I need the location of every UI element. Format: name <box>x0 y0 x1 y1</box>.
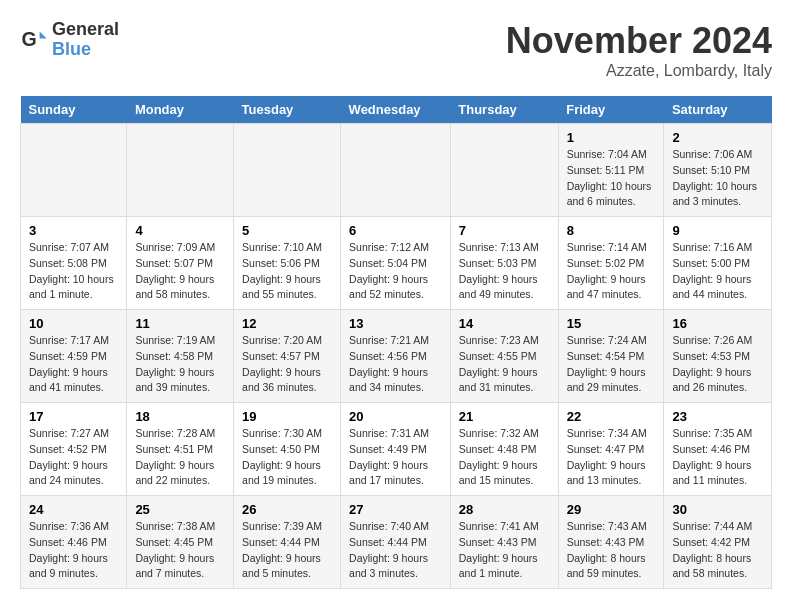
logo-line2: Blue <box>52 40 119 60</box>
day-info: Sunrise: 7:09 AM Sunset: 5:07 PM Dayligh… <box>135 240 225 303</box>
day-number: 27 <box>349 502 442 517</box>
calendar-cell: 28Sunrise: 7:41 AM Sunset: 4:43 PM Dayli… <box>450 496 558 589</box>
calendar-table: SundayMondayTuesdayWednesdayThursdayFrid… <box>20 96 772 589</box>
calendar-cell: 17Sunrise: 7:27 AM Sunset: 4:52 PM Dayli… <box>21 403 127 496</box>
day-info: Sunrise: 7:32 AM Sunset: 4:48 PM Dayligh… <box>459 426 550 489</box>
calendar-cell <box>21 124 127 217</box>
day-info: Sunrise: 7:30 AM Sunset: 4:50 PM Dayligh… <box>242 426 332 489</box>
calendar-cell: 19Sunrise: 7:30 AM Sunset: 4:50 PM Dayli… <box>234 403 341 496</box>
calendar-cell: 13Sunrise: 7:21 AM Sunset: 4:56 PM Dayli… <box>341 310 451 403</box>
title-block: November 2024 Azzate, Lombardy, Italy <box>506 20 772 80</box>
day-number: 9 <box>672 223 763 238</box>
day-number: 14 <box>459 316 550 331</box>
svg-text:G: G <box>21 27 36 49</box>
weekday-header: Thursday <box>450 96 558 124</box>
weekday-header: Saturday <box>664 96 772 124</box>
day-info: Sunrise: 7:41 AM Sunset: 4:43 PM Dayligh… <box>459 519 550 582</box>
day-info: Sunrise: 7:38 AM Sunset: 4:45 PM Dayligh… <box>135 519 225 582</box>
day-number: 28 <box>459 502 550 517</box>
day-number: 18 <box>135 409 225 424</box>
day-info: Sunrise: 7:27 AM Sunset: 4:52 PM Dayligh… <box>29 426 118 489</box>
day-info: Sunrise: 7:19 AM Sunset: 4:58 PM Dayligh… <box>135 333 225 396</box>
day-number: 6 <box>349 223 442 238</box>
calendar-week-row: 10Sunrise: 7:17 AM Sunset: 4:59 PM Dayli… <box>21 310 772 403</box>
day-info: Sunrise: 7:36 AM Sunset: 4:46 PM Dayligh… <box>29 519 118 582</box>
day-number: 8 <box>567 223 656 238</box>
day-number: 21 <box>459 409 550 424</box>
day-number: 4 <box>135 223 225 238</box>
day-info: Sunrise: 7:04 AM Sunset: 5:11 PM Dayligh… <box>567 147 656 210</box>
day-number: 22 <box>567 409 656 424</box>
calendar-cell <box>341 124 451 217</box>
day-number: 5 <box>242 223 332 238</box>
logo: G General Blue <box>20 20 119 60</box>
calendar-cell: 29Sunrise: 7:43 AM Sunset: 4:43 PM Dayli… <box>558 496 664 589</box>
calendar-cell: 21Sunrise: 7:32 AM Sunset: 4:48 PM Dayli… <box>450 403 558 496</box>
weekday-header: Tuesday <box>234 96 341 124</box>
day-number: 3 <box>29 223 118 238</box>
day-number: 25 <box>135 502 225 517</box>
calendar-cell: 26Sunrise: 7:39 AM Sunset: 4:44 PM Dayli… <box>234 496 341 589</box>
day-info: Sunrise: 7:14 AM Sunset: 5:02 PM Dayligh… <box>567 240 656 303</box>
day-number: 11 <box>135 316 225 331</box>
day-number: 24 <box>29 502 118 517</box>
calendar-cell: 22Sunrise: 7:34 AM Sunset: 4:47 PM Dayli… <box>558 403 664 496</box>
weekday-header-row: SundayMondayTuesdayWednesdayThursdayFrid… <box>21 96 772 124</box>
day-number: 26 <box>242 502 332 517</box>
calendar-cell: 30Sunrise: 7:44 AM Sunset: 4:42 PM Dayli… <box>664 496 772 589</box>
page-header: G General Blue November 2024 Azzate, Lom… <box>20 20 772 80</box>
day-info: Sunrise: 7:21 AM Sunset: 4:56 PM Dayligh… <box>349 333 442 396</box>
day-info: Sunrise: 7:20 AM Sunset: 4:57 PM Dayligh… <box>242 333 332 396</box>
day-info: Sunrise: 7:39 AM Sunset: 4:44 PM Dayligh… <box>242 519 332 582</box>
weekday-header: Wednesday <box>341 96 451 124</box>
calendar-cell: 2Sunrise: 7:06 AM Sunset: 5:10 PM Daylig… <box>664 124 772 217</box>
calendar-week-row: 17Sunrise: 7:27 AM Sunset: 4:52 PM Dayli… <box>21 403 772 496</box>
day-number: 19 <box>242 409 332 424</box>
calendar-cell: 23Sunrise: 7:35 AM Sunset: 4:46 PM Dayli… <box>664 403 772 496</box>
calendar-cell: 10Sunrise: 7:17 AM Sunset: 4:59 PM Dayli… <box>21 310 127 403</box>
day-info: Sunrise: 7:07 AM Sunset: 5:08 PM Dayligh… <box>29 240 118 303</box>
day-number: 7 <box>459 223 550 238</box>
day-info: Sunrise: 7:12 AM Sunset: 5:04 PM Dayligh… <box>349 240 442 303</box>
calendar-week-row: 1Sunrise: 7:04 AM Sunset: 5:11 PM Daylig… <box>21 124 772 217</box>
day-info: Sunrise: 7:35 AM Sunset: 4:46 PM Dayligh… <box>672 426 763 489</box>
day-info: Sunrise: 7:06 AM Sunset: 5:10 PM Dayligh… <box>672 147 763 210</box>
day-info: Sunrise: 7:44 AM Sunset: 4:42 PM Dayligh… <box>672 519 763 582</box>
day-info: Sunrise: 7:13 AM Sunset: 5:03 PM Dayligh… <box>459 240 550 303</box>
calendar-cell: 15Sunrise: 7:24 AM Sunset: 4:54 PM Dayli… <box>558 310 664 403</box>
calendar-cell: 24Sunrise: 7:36 AM Sunset: 4:46 PM Dayli… <box>21 496 127 589</box>
day-info: Sunrise: 7:26 AM Sunset: 4:53 PM Dayligh… <box>672 333 763 396</box>
day-info: Sunrise: 7:17 AM Sunset: 4:59 PM Dayligh… <box>29 333 118 396</box>
svg-marker-1 <box>40 31 47 38</box>
day-number: 16 <box>672 316 763 331</box>
calendar-cell <box>127 124 234 217</box>
calendar-cell: 5Sunrise: 7:10 AM Sunset: 5:06 PM Daylig… <box>234 217 341 310</box>
calendar-cell: 25Sunrise: 7:38 AM Sunset: 4:45 PM Dayli… <box>127 496 234 589</box>
month-title: November 2024 <box>506 20 772 62</box>
calendar-cell: 18Sunrise: 7:28 AM Sunset: 4:51 PM Dayli… <box>127 403 234 496</box>
calendar-cell <box>234 124 341 217</box>
day-info: Sunrise: 7:40 AM Sunset: 4:44 PM Dayligh… <box>349 519 442 582</box>
calendar-cell: 7Sunrise: 7:13 AM Sunset: 5:03 PM Daylig… <box>450 217 558 310</box>
day-number: 12 <box>242 316 332 331</box>
day-number: 20 <box>349 409 442 424</box>
day-number: 17 <box>29 409 118 424</box>
calendar-cell: 9Sunrise: 7:16 AM Sunset: 5:00 PM Daylig… <box>664 217 772 310</box>
day-info: Sunrise: 7:24 AM Sunset: 4:54 PM Dayligh… <box>567 333 656 396</box>
day-info: Sunrise: 7:10 AM Sunset: 5:06 PM Dayligh… <box>242 240 332 303</box>
logo-text: General Blue <box>52 20 119 60</box>
calendar-cell: 20Sunrise: 7:31 AM Sunset: 4:49 PM Dayli… <box>341 403 451 496</box>
calendar-cell: 4Sunrise: 7:09 AM Sunset: 5:07 PM Daylig… <box>127 217 234 310</box>
day-info: Sunrise: 7:43 AM Sunset: 4:43 PM Dayligh… <box>567 519 656 582</box>
calendar-cell: 12Sunrise: 7:20 AM Sunset: 4:57 PM Dayli… <box>234 310 341 403</box>
weekday-header: Monday <box>127 96 234 124</box>
logo-icon: G <box>20 26 48 54</box>
day-number: 1 <box>567 130 656 145</box>
calendar-cell: 11Sunrise: 7:19 AM Sunset: 4:58 PM Dayli… <box>127 310 234 403</box>
calendar-cell: 3Sunrise: 7:07 AM Sunset: 5:08 PM Daylig… <box>21 217 127 310</box>
day-info: Sunrise: 7:34 AM Sunset: 4:47 PM Dayligh… <box>567 426 656 489</box>
day-info: Sunrise: 7:28 AM Sunset: 4:51 PM Dayligh… <box>135 426 225 489</box>
calendar-cell <box>450 124 558 217</box>
calendar-cell: 8Sunrise: 7:14 AM Sunset: 5:02 PM Daylig… <box>558 217 664 310</box>
calendar-week-row: 24Sunrise: 7:36 AM Sunset: 4:46 PM Dayli… <box>21 496 772 589</box>
